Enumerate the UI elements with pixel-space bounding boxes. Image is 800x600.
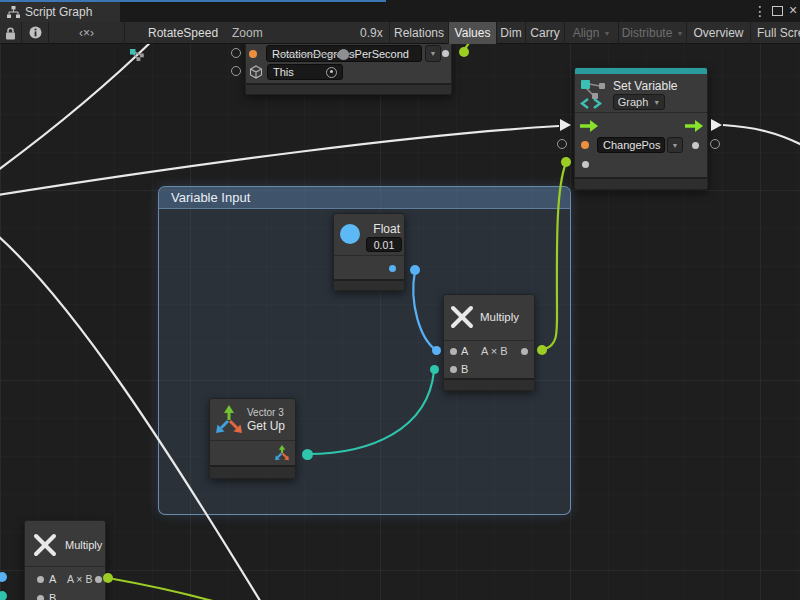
multiply-output-port[interactable] (95, 576, 102, 583)
node-float-literal[interactable]: Float 0.01 (333, 213, 405, 291)
set-variable-right-port-ring[interactable] (710, 139, 720, 149)
output-label: A × B (67, 573, 92, 585)
toolbar-button-relations[interactable]: Relations (389, 22, 448, 44)
set-variable-graph-icon (580, 78, 608, 109)
wire-endpoint-green-top[interactable] (459, 47, 469, 57)
code-preview-toggle-button[interactable]: ‹×› (48, 22, 124, 44)
zoom-slider-handle[interactable] (338, 49, 349, 60)
float-value-input[interactable]: 0.01 (366, 237, 402, 252)
multiply-input-a-port[interactable] (450, 348, 457, 355)
get-variable-left-port-ring-1[interactable] (231, 48, 241, 58)
code-toggle-icon: ‹×› (79, 26, 94, 40)
input-a-label: A (461, 345, 468, 357)
input-a-label: A (49, 573, 56, 585)
flow-input-arrow-icon[interactable] (579, 119, 599, 133)
cube-icon (249, 65, 263, 79)
close-icon[interactable]: × (789, 3, 797, 17)
multiply-output-port[interactable] (521, 348, 528, 355)
node-get-variable[interactable]: RotationDegreesPerSecond ▼ This (245, 36, 452, 95)
toolbar-button-values[interactable]: Values (448, 22, 496, 44)
node-footer (334, 279, 404, 290)
info-button[interactable] (21, 22, 48, 44)
get-variable-output-port[interactable] (442, 50, 449, 57)
zoom-value: 0.9x (360, 26, 383, 40)
input-b-label: B (49, 592, 56, 600)
wire-endpoint-green-out-bottom[interactable] (103, 573, 113, 583)
wire-endpoint-green-out[interactable] (537, 345, 547, 355)
node-type-label: Vector 3 (247, 407, 284, 418)
set-variable-flow-out-triangle[interactable] (711, 119, 722, 131)
set-variable-flow-in-triangle[interactable] (560, 119, 571, 131)
wire-green-from-bottom-multiply[interactable] (108, 578, 220, 600)
wire-endpoint-teal-out[interactable] (302, 449, 313, 460)
node-footer (246, 83, 451, 94)
object-picker-icon[interactable] (326, 67, 337, 78)
info-icon (29, 26, 42, 39)
set-variable-output-port[interactable] (692, 142, 699, 149)
set-variable-name-dropdown[interactable]: ChangePos (597, 137, 665, 153)
multiply-input-b-port[interactable] (37, 595, 44, 600)
node-footer (575, 177, 707, 189)
toolbar-button-overview[interactable]: Overview (686, 22, 750, 44)
multiply-icon (450, 305, 474, 329)
node-multiply[interactable]: Multiply A A × B B (443, 294, 535, 391)
node-set-variable[interactable]: Set Variable Graph ▼ ChangePos ▼ (574, 67, 708, 190)
breadcrumb-graph-name[interactable]: RotateSpeed (148, 26, 218, 40)
wire-endpoint-blue-in[interactable] (432, 346, 441, 355)
chevron-down-icon: ▼ (676, 30, 683, 37)
graph-tab-icon (7, 6, 20, 18)
wire-endpoint-green-value-in[interactable] (561, 157, 571, 167)
node-title: Multiply (480, 311, 519, 323)
wire-endpoint-teal-in[interactable] (430, 365, 439, 374)
variable-dropdown-button[interactable]: ▼ (425, 45, 441, 62)
node-title: Multiply (65, 539, 102, 551)
float-value-text: 0.01 (374, 239, 394, 251)
node-multiply-bottom[interactable]: Multiply A A × B B (24, 520, 106, 600)
wire-white-from-set-variable-flow-out[interactable] (723, 125, 800, 145)
multiply-input-b-port[interactable] (450, 366, 457, 373)
wire-endpoint-blue-out[interactable] (410, 265, 420, 275)
vector3-output-port-icon[interactable] (274, 445, 290, 461)
input-b-label: B (461, 363, 468, 375)
node-title: Float (368, 222, 400, 236)
toolbar-button-carry[interactable]: Carry (525, 22, 564, 44)
node-vector3-get-up[interactable]: Vector 3 Get Up (209, 398, 296, 479)
wire-white-to-set-variable-flow-in[interactable] (0, 126, 559, 195)
flow-output-arrow-icon[interactable] (684, 119, 704, 133)
wire-endpoint-blue-edge[interactable] (0, 572, 7, 582)
tab-title: Script Graph (25, 5, 92, 19)
chevron-down-icon: ▼ (672, 142, 679, 149)
toolbar-button-full-screen[interactable]: Full Screen (750, 22, 800, 44)
variable-kind-port-orange[interactable] (581, 141, 589, 149)
maximize-icon[interactable] (772, 6, 783, 16)
group-header[interactable]: Variable Input (159, 187, 570, 209)
toolbar-button-dim[interactable]: Dim (496, 22, 525, 44)
multiply-input-a-port[interactable] (37, 576, 44, 583)
set-variable-left-port-ring[interactable] (557, 139, 567, 149)
wire-endpoint-teal-edge[interactable] (0, 591, 7, 600)
set-variable-value-input-port[interactable] (582, 161, 589, 168)
node-footer (444, 378, 534, 390)
scope-text: Graph (618, 96, 649, 108)
graph-breadcrumb-icon (130, 48, 144, 61)
target-this-field[interactable]: This (267, 64, 343, 80)
script-graph-window: Variable Input RotationDegreesPerSecond … (0, 0, 800, 600)
lock-button[interactable] (0, 22, 21, 44)
float-type-icon (340, 224, 360, 244)
float-output-port[interactable] (389, 265, 396, 272)
variable-dropdown-button[interactable]: ▼ (667, 137, 683, 153)
get-variable-left-port-ring-2[interactable] (231, 66, 241, 76)
tab-script-graph[interactable]: Script Graph (0, 2, 120, 22)
multiply-icon (33, 533, 57, 557)
kebab-menu-icon[interactable]: ⋮ (753, 4, 767, 18)
node-title: Get Up (247, 419, 285, 433)
set-variable-name-text: ChangePos (603, 139, 661, 151)
toolbar-button-distribute[interactable]: Distribute▼ (618, 22, 686, 44)
toolbar-button-align[interactable]: Align▼ (564, 22, 618, 44)
chevron-down-icon: ▼ (603, 30, 610, 37)
node-title: Set Variable (613, 79, 677, 93)
variable-scope-dropdown[interactable]: Graph ▼ (613, 94, 665, 110)
group-title: Variable Input (171, 190, 250, 205)
output-label: A × B (481, 345, 508, 357)
variable-kind-port-orange[interactable] (249, 50, 257, 58)
